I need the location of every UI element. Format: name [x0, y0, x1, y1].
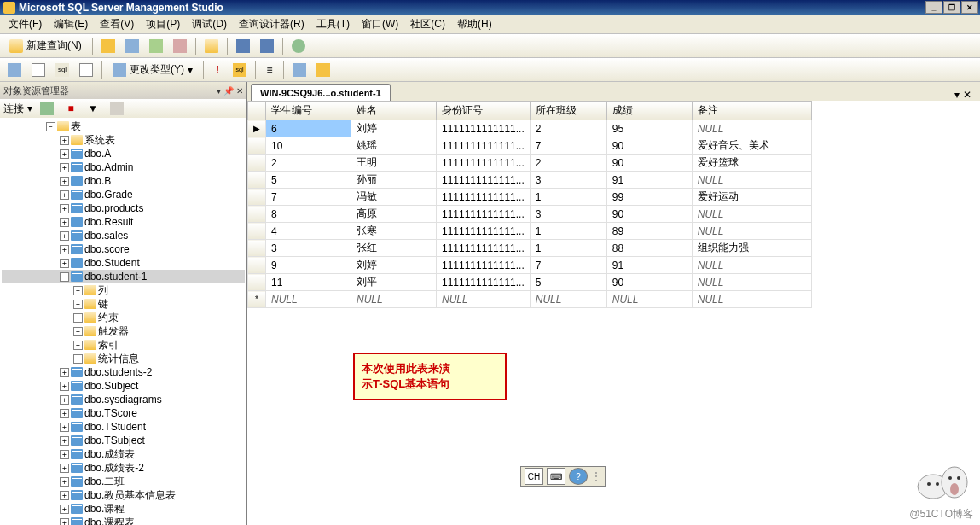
menu-item-2[interactable]: 查看(V) [95, 15, 139, 33]
cell[interactable]: NULL [351, 291, 437, 308]
tree-expander[interactable]: + [60, 231, 69, 241]
menu-item-3[interactable]: 项目(P) [141, 15, 185, 33]
cell[interactable]: 姚瑶 [351, 137, 437, 155]
menu-item-7[interactable]: 窗口(W) [357, 15, 403, 33]
tree-node[interactable]: +dbo.Result [2, 215, 245, 229]
tree-node[interactable]: +dbo.TStudent [2, 420, 245, 434]
filter-button[interactable]: ▼ [84, 99, 102, 118]
tree-expander[interactable]: + [60, 518, 69, 526]
cell[interactable]: 4 [266, 223, 351, 240]
row-indicator[interactable] [248, 274, 266, 291]
cell[interactable]: 孙丽 [351, 172, 437, 189]
tree-expander[interactable]: − [60, 272, 69, 282]
row-indicator[interactable] [248, 240, 266, 257]
table-row[interactable]: 9刘婷1111111111111...791NULL [248, 257, 812, 274]
tree-node[interactable]: +键 [2, 297, 245, 311]
tree-node[interactable]: +dbo.成绩表 [2, 447, 245, 461]
cell[interactable]: 90 [606, 137, 692, 155]
tree-node[interactable]: +列 [2, 283, 245, 297]
tree-node[interactable]: +索引 [2, 338, 245, 352]
tree-node[interactable]: +触发器 [2, 324, 245, 338]
tree-expander[interactable]: + [60, 259, 69, 268]
tree-node[interactable]: +dbo.score [2, 242, 245, 256]
tree-expander[interactable]: + [60, 245, 69, 254]
cell[interactable]: 张寒 [351, 223, 437, 240]
tree-node[interactable]: +系统表 [2, 133, 245, 147]
cell[interactable]: 11 [266, 274, 351, 291]
cell[interactable]: 高原 [351, 206, 437, 223]
cell[interactable]: NULL [692, 274, 811, 291]
diagram-button[interactable] [3, 61, 26, 79]
cell[interactable]: NULL [692, 257, 811, 274]
cell[interactable]: 组织能力强 [692, 240, 811, 257]
cell[interactable]: 90 [606, 155, 692, 172]
tree-expander[interactable]: + [60, 177, 69, 186]
menu-item-6[interactable]: 工具(T) [311, 15, 355, 33]
tree-expander[interactable]: + [60, 368, 69, 377]
connect-dropdown-icon[interactable]: ▾ [27, 102, 32, 114]
cell[interactable]: 爱好运动 [692, 189, 811, 206]
cell[interactable]: 95 [606, 120, 692, 137]
indent-button[interactable]: ≡ [260, 61, 279, 79]
cell[interactable]: 1111111111111... [437, 223, 531, 240]
tree-expander[interactable]: + [60, 423, 69, 432]
cell[interactable]: 7 [530, 257, 606, 274]
grid-button[interactable] [27, 61, 49, 79]
row-indicator[interactable] [248, 172, 266, 189]
tree-node[interactable]: +dbo.students-2 [2, 365, 245, 379]
tree-expander[interactable]: + [60, 464, 69, 473]
tree-expander[interactable]: + [73, 313, 83, 323]
add-table-button[interactable] [312, 61, 334, 79]
tree-expander[interactable]: + [73, 286, 83, 295]
cell[interactable]: 爱好篮球 [692, 155, 811, 172]
cell[interactable]: 9 [266, 257, 351, 274]
execute-button[interactable]: ! [208, 61, 227, 79]
column-header[interactable]: 成绩 [606, 102, 692, 120]
tree-expander[interactable]: + [60, 190, 69, 200]
table-row[interactable]: 8高原1111111111111...390NULL [248, 206, 812, 223]
cell[interactable]: 90 [606, 206, 692, 223]
cell[interactable]: 刘婷 [351, 257, 437, 274]
cell[interactable]: 6 [266, 120, 351, 137]
minimize-button[interactable]: _ [925, 1, 942, 14]
open-button[interactable] [200, 37, 223, 55]
tree-node[interactable]: +dbo.A [2, 147, 245, 160]
tree-node[interactable]: +统计信息 [2, 352, 245, 365]
row-indicator[interactable] [248, 223, 266, 240]
tree-expander[interactable]: + [60, 163, 69, 172]
tree-node[interactable]: +dbo.课程表 [2, 516, 245, 525]
cell[interactable]: 2 [266, 155, 351, 172]
restore-button[interactable]: ❐ [943, 1, 960, 14]
cell[interactable]: 1111111111111... [437, 120, 531, 137]
save-button[interactable] [232, 37, 254, 55]
cell[interactable]: 1111111111111... [437, 240, 531, 257]
cell[interactable]: 1 [530, 240, 606, 257]
options-button[interactable] [106, 99, 128, 118]
column-header[interactable]: 姓名 [351, 102, 437, 120]
tab-student[interactable]: WIN-9CSQ9J6...o.student-1 [251, 84, 391, 101]
tree-node[interactable]: +dbo.TScore [2, 406, 245, 420]
cell[interactable]: 1 [530, 223, 606, 240]
table-row[interactable]: 7冯敏1111111111111...199爱好运动 [248, 189, 812, 206]
tree-expander[interactable]: + [60, 382, 69, 391]
cell[interactable]: 90 [606, 274, 692, 291]
row-indicator[interactable]: ▶ [248, 120, 266, 137]
tree-expander[interactable]: + [60, 204, 69, 213]
tree-node[interactable]: +约束 [2, 311, 245, 324]
verify-button[interactable]: sql [229, 61, 251, 79]
tree-expander[interactable]: + [60, 136, 69, 145]
cell[interactable]: 99 [606, 189, 692, 206]
tree-expander[interactable]: + [73, 327, 83, 336]
cell[interactable]: NULL [692, 172, 811, 189]
table-row[interactable]: 2王明1111111111111...290爱好篮球 [248, 155, 812, 172]
cell[interactable]: 王明 [351, 155, 437, 172]
cell[interactable]: 1111111111111... [437, 189, 531, 206]
cell[interactable]: 7 [266, 189, 351, 206]
tree-node[interactable]: +dbo.Admin [2, 160, 245, 174]
save-all-button[interactable] [256, 37, 278, 55]
column-header[interactable]: 身份证号 [437, 102, 531, 120]
db-icon-4[interactable] [169, 37, 191, 55]
cell[interactable]: 89 [606, 223, 692, 240]
cell[interactable]: 91 [606, 172, 692, 189]
cell[interactable]: NULL [266, 291, 351, 308]
